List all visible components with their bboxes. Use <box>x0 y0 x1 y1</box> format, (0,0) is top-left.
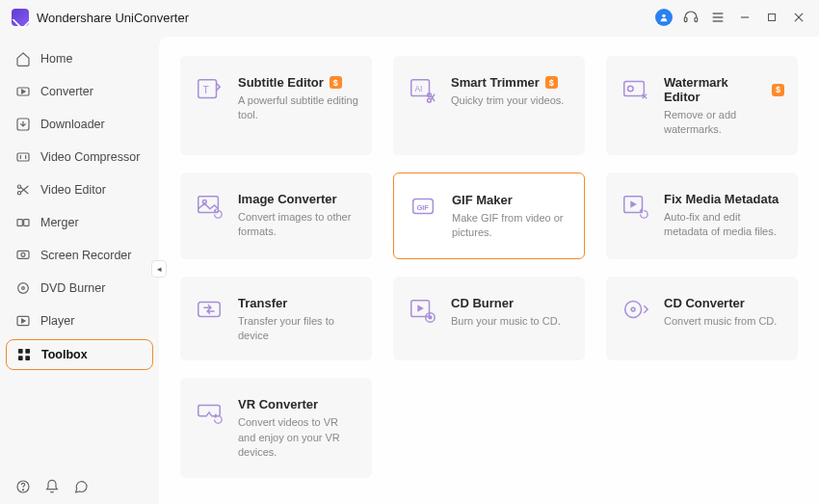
close-button[interactable] <box>790 9 807 26</box>
svg-marker-46 <box>417 305 424 312</box>
toolbox-icon <box>16 347 32 362</box>
tool-image-converter[interactable]: Image Converter Convert images to other … <box>180 172 372 259</box>
svg-point-50 <box>631 307 635 311</box>
transfer-icon <box>194 294 225 325</box>
smart-trimmer-icon: AI <box>407 73 437 104</box>
svg-rect-13 <box>17 153 29 161</box>
sidebar-item-label: Toolbox <box>41 348 88 361</box>
tool-gif-maker[interactable]: GIF GIF Maker Make GIF from video or pic… <box>393 172 585 259</box>
tool-title: CD Converter <box>664 296 745 310</box>
metadata-icon <box>620 190 650 221</box>
svg-rect-26 <box>18 356 23 360</box>
svg-point-20 <box>18 283 29 294</box>
svg-rect-17 <box>24 220 29 226</box>
sidebar-item-label: Converter <box>40 85 93 98</box>
tool-desc: Make GIF from video or pictures. <box>452 211 570 241</box>
user-account-button[interactable] <box>655 9 673 26</box>
premium-badge-icon: $ <box>545 76 558 89</box>
svg-point-21 <box>22 287 25 290</box>
download-icon <box>15 117 31 132</box>
tool-title: Watermark Editor <box>664 75 766 104</box>
tool-desc: Remove or add watermarks. <box>664 108 784 138</box>
svg-point-35 <box>428 98 432 102</box>
svg-rect-24 <box>18 349 23 354</box>
svg-point-48 <box>429 316 432 319</box>
tool-desc: Burn your music to CD. <box>451 314 571 329</box>
tool-title: VR Converter <box>238 397 318 411</box>
svg-point-0 <box>662 14 665 17</box>
tool-desc: Auto-fix and edit metadata of media file… <box>664 210 784 240</box>
svg-marker-43 <box>630 200 637 208</box>
svg-rect-25 <box>25 349 30 354</box>
minimize-button[interactable] <box>736 9 753 26</box>
feedback-icon[interactable] <box>73 479 89 494</box>
tool-transfer[interactable]: Transfer Transfer your files to device <box>180 277 372 361</box>
svg-rect-7 <box>769 14 776 21</box>
sidebar-item-video-compressor[interactable]: Video Compressor <box>6 143 153 172</box>
svg-rect-18 <box>17 251 29 258</box>
sidebar-item-label: Merger <box>40 216 79 229</box>
menu-icon[interactable] <box>709 9 727 26</box>
sidebar-item-converter[interactable]: Converter <box>6 77 153 106</box>
premium-badge-icon: $ <box>772 84 784 96</box>
tool-smart-trimmer[interactable]: AI Smart Trimmer$ Quicky trim your video… <box>393 56 585 155</box>
tool-watermark-editor[interactable]: Watermark Editor$ Remove or add watermar… <box>606 56 798 155</box>
svg-text:AI: AI <box>415 84 423 93</box>
sidebar-item-label: Screen Recorder <box>40 249 132 262</box>
vr-converter-icon <box>194 395 225 426</box>
sidebar-item-label: Video Editor <box>40 183 106 197</box>
tool-title: Fix Media Metadata <box>664 192 779 206</box>
cd-burner-icon <box>407 294 437 325</box>
scissors-icon <box>15 182 31 198</box>
subtitle-editor-icon: T <box>194 73 225 104</box>
svg-rect-27 <box>25 356 30 360</box>
sidebar-item-label: Video Compressor <box>40 150 140 164</box>
tool-title: CD Burner <box>451 296 514 310</box>
notifications-icon[interactable] <box>44 479 60 494</box>
tool-title: GIF Maker <box>452 193 513 207</box>
help-icon[interactable] <box>15 479 31 494</box>
svg-marker-11 <box>22 90 25 93</box>
tool-cd-burner[interactable]: CD Burner Burn your music to CD. <box>393 277 585 361</box>
svg-rect-1 <box>684 17 687 22</box>
tool-desc: Convert images to other formats. <box>238 210 358 240</box>
watermark-icon <box>620 73 650 104</box>
tool-desc: Transfer your files to device <box>238 314 358 344</box>
collapse-sidebar-button[interactable]: ◂ <box>151 260 167 278</box>
gif-maker-icon: GIF <box>408 191 438 222</box>
tool-vr-converter[interactable]: VR Converter Convert videos to VR and en… <box>180 378 372 477</box>
support-icon[interactable] <box>682 9 700 26</box>
tool-fix-media-metadata[interactable]: Fix Media Metadata Auto-fix and edit met… <box>606 172 798 259</box>
sidebar-item-label: DVD Burner <box>40 281 105 295</box>
converter-icon <box>15 84 31 99</box>
tool-desc: A powerful subtitle editing tool. <box>238 93 358 123</box>
svg-point-29 <box>22 490 23 491</box>
tool-desc: Convert videos to VR and enjoy on your V… <box>238 415 358 460</box>
tool-subtitle-editor[interactable]: T Subtitle Editor$ A powerful subtitle e… <box>180 56 372 155</box>
player-icon <box>15 313 31 329</box>
tool-title: Image Converter <box>238 192 337 206</box>
tool-title: Subtitle Editor <box>238 75 324 90</box>
sidebar-item-home[interactable]: Home <box>6 44 153 73</box>
sidebar-item-player[interactable]: Player <box>6 306 153 335</box>
sidebar: Home Converter Downloader Video Compress… <box>0 35 159 504</box>
maximize-button[interactable] <box>763 9 780 26</box>
sidebar-item-dvd-burner[interactable]: DVD Burner <box>6 274 153 303</box>
main-content: T Subtitle Editor$ A powerful subtitle e… <box>159 37 819 504</box>
svg-rect-2 <box>695 17 698 22</box>
cd-converter-icon <box>620 294 650 325</box>
sidebar-item-downloader[interactable]: Downloader <box>6 110 153 139</box>
sidebar-item-screen-recorder[interactable]: Screen Recorder <box>6 241 153 270</box>
tool-cd-converter[interactable]: CD Converter Convert music from CD. <box>606 277 798 361</box>
app-title: Wondershare UniConverter <box>37 11 189 25</box>
app-logo-icon <box>12 9 29 26</box>
sidebar-item-merger[interactable]: Merger <box>6 208 153 237</box>
svg-point-49 <box>625 301 642 317</box>
sidebar-item-toolbox[interactable]: Toolbox <box>6 339 153 370</box>
sidebar-item-video-editor[interactable]: Video Editor <box>6 175 153 204</box>
titlebar: Wondershare UniConverter <box>0 0 819 35</box>
premium-badge-icon: $ <box>330 76 342 89</box>
home-icon <box>15 51 31 66</box>
tool-title: Smart Trimmer <box>451 75 540 90</box>
svg-text:GIF: GIF <box>416 203 429 212</box>
